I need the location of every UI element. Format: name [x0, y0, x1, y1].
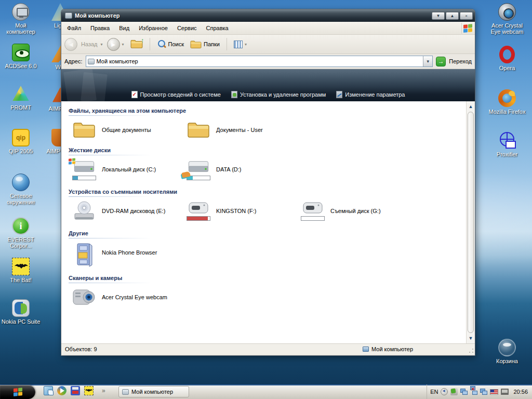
- item-nokia-phone-browser[interactable]: Nokia Phone Browser: [71, 243, 185, 267]
- views-button[interactable]: ▾: [232, 39, 251, 50]
- desktop-icon-promt[interactable]: PROMT: [1, 85, 41, 111]
- item-removable-disk-g[interactable]: Съемный диск (G:): [299, 201, 414, 222]
- section-divider: [69, 196, 152, 197]
- address-input[interactable]: [97, 57, 423, 66]
- section-divider: [69, 155, 152, 155]
- tray-network-icon-2[interactable]: [480, 388, 487, 395]
- folders-icon: [190, 39, 202, 49]
- start-button[interactable]: [0, 385, 35, 399]
- usb-drive-icon: [302, 201, 323, 215]
- toolbar-separator: [150, 38, 150, 50]
- address-label: Адрес:: [64, 58, 83, 64]
- scroll-up-icon[interactable]: ▲: [467, 102, 475, 111]
- item-kingston-f[interactable]: KINGSTON (F:): [185, 201, 299, 222]
- forward-dropdown-icon[interactable]: ▾: [122, 42, 124, 47]
- system-info-icon: [131, 91, 138, 98]
- desktop-icon-nokia-pc-suite[interactable]: Nokia PC Suite: [1, 299, 41, 325]
- my-computer-icon: [12, 3, 30, 21]
- address-dropdown-button[interactable]: ▼: [423, 56, 432, 66]
- desktop: Light Win AIMP PR AIMP PRO Мой компьютер…: [0, 0, 532, 399]
- section-title-files: Файлы, хранящиеся на этом компьютере: [69, 108, 464, 114]
- item-shared-documents[interactable]: Общие документы: [71, 120, 185, 139]
- scrollbar-thumb[interactable]: [468, 112, 474, 333]
- up-button[interactable]: ↑: [128, 37, 145, 51]
- scroll-down-icon[interactable]: ▼: [467, 334, 475, 342]
- desktop-icon-acer-webcam[interactable]: Acer Crystal Eye webcam: [486, 3, 528, 35]
- desktop-icon-opera[interactable]: Opera: [486, 46, 528, 71]
- add-remove-programs-icon: [231, 91, 237, 98]
- windows-flag-icon: [463, 24, 472, 33]
- webcam-device-icon: [72, 287, 96, 307]
- minimize-button[interactable]: ▼: [432, 12, 445, 20]
- desktop-icon-recycle-bin[interactable]: Корзина: [486, 339, 528, 364]
- desktop-icon-qip[interactable]: QIP 2005: [1, 129, 41, 154]
- item-user-documents[interactable]: Документы - User: [185, 120, 299, 139]
- folders-label: Папки: [204, 41, 220, 47]
- desktop-icon-my-computer[interactable]: Мой компьютер: [1, 3, 41, 35]
- desktop-icon-everest[interactable]: EVEREST Corpor...: [1, 217, 41, 249]
- link-system-info[interactable]: Просмотр сведений о системе: [131, 91, 221, 98]
- vertical-scrollbar[interactable]: ▲ ▼: [466, 101, 475, 343]
- tray-display-icon[interactable]: [501, 389, 509, 395]
- toolbar: ◀ Назад ▾ ▶ ▾ ↑ Поиск Папки: [61, 35, 475, 54]
- tray-network-error-icon[interactable]: [470, 388, 477, 395]
- the-bat-quicklaunch-icon[interactable]: [84, 386, 94, 395]
- item-data-disk-d[interactable]: DATA (D:): [185, 159, 299, 180]
- desktop-icon-label: Корзина: [486, 358, 528, 364]
- usb-drive-icon: [188, 201, 209, 215]
- folder-icon: [73, 120, 96, 139]
- opera-icon: [499, 46, 515, 63]
- tray-us-flag-icon[interactable]: [490, 389, 498, 395]
- tray-utility-icon[interactable]: [450, 388, 458, 395]
- desktop-icon-proxifier[interactable]: Proxifier: [486, 132, 528, 157]
- floppy-save-icon[interactable]: [71, 386, 80, 395]
- quicklaunch-overflow-chevron-icon[interactable]: »: [102, 387, 105, 394]
- desktop-icon-label: QIP 2005: [1, 148, 41, 154]
- status-bar: Объектов: 9 Мой компьютер: [61, 343, 475, 354]
- desktop-icon-firefox[interactable]: Mozilla Firefox: [486, 89, 528, 115]
- forward-button[interactable]: ▶: [107, 38, 120, 51]
- item-dvd-drive-e[interactable]: DVD-RAM дисковод (E:): [71, 201, 185, 222]
- taskbar: » Мой компьютер EN 20:56: [0, 384, 532, 399]
- taskbar-clock[interactable]: 20:56: [513, 389, 528, 395]
- link-add-remove-programs[interactable]: Установка и удаление программ: [231, 91, 326, 98]
- back-dropdown-icon[interactable]: ▾: [101, 42, 103, 47]
- back-button[interactable]: ◀: [64, 38, 77, 51]
- item-local-disk-c[interactable]: Локальный диск (C:): [71, 159, 185, 180]
- back-label: Назад: [81, 41, 98, 47]
- go-button[interactable]: →: [436, 57, 446, 66]
- resize-grip[interactable]: [469, 348, 474, 353]
- desktop-icon-label: Mozilla Firefox: [486, 109, 528, 115]
- menu-edit[interactable]: Правка: [86, 23, 114, 33]
- menu-tools[interactable]: Сервис: [172, 23, 202, 33]
- task-window-icon: [122, 389, 129, 395]
- recycle-bin-icon: [498, 339, 516, 356]
- menu-file[interactable]: Файл: [62, 23, 86, 33]
- title-bar[interactable]: Мой компьютер ▼ ▲ ×: [61, 9, 475, 22]
- close-button[interactable]: ×: [460, 12, 473, 20]
- quick-launch-bar: [44, 386, 94, 395]
- link-change-setting[interactable]: Изменение параметра: [336, 91, 405, 98]
- task-button-my-computer[interactable]: Мой компьютер: [118, 386, 189, 397]
- address-box[interactable]: ▼: [86, 56, 433, 67]
- media-player-icon[interactable]: [57, 386, 66, 395]
- shared-drive-icon: [187, 159, 210, 174]
- show-desktop-icon[interactable]: [44, 386, 53, 395]
- desktop-icon-acdsee[interactable]: ACDSee 6.0: [1, 44, 41, 69]
- desktop-icon-label: The Bat!: [1, 277, 41, 283]
- menu-view[interactable]: Вид: [114, 23, 134, 33]
- tray-network-icon[interactable]: [460, 388, 468, 395]
- folders-button[interactable]: Папки: [188, 38, 222, 50]
- item-acer-webcam[interactable]: Acer Crystal Eye webcam: [71, 287, 185, 307]
- tray-player-icon[interactable]: [441, 388, 448, 395]
- language-indicator[interactable]: EN: [430, 389, 438, 395]
- maximize-button[interactable]: ▲: [446, 12, 459, 20]
- search-button[interactable]: Поиск: [155, 38, 186, 50]
- desktop-icon-label: Opera: [486, 65, 528, 71]
- desktop-icon-the-bat[interactable]: The Bat!: [1, 258, 41, 283]
- section-divider: [69, 238, 152, 238]
- desktop-icon-network-places[interactable]: Сетевое окружение: [1, 174, 41, 205]
- menu-help[interactable]: Справка: [202, 23, 233, 33]
- window-title: Мой компьютер: [75, 12, 431, 19]
- menu-favorites[interactable]: Избранное: [134, 23, 172, 33]
